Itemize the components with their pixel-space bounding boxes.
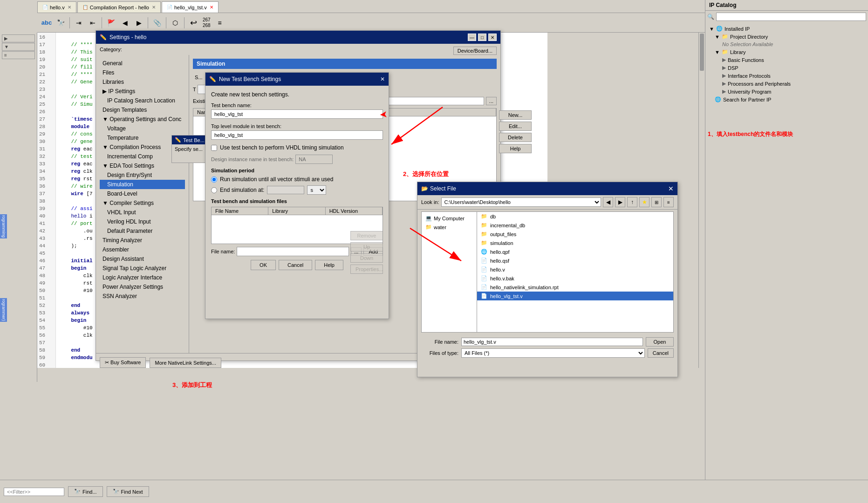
toolbar-outdent[interactable]: ⇤	[86, 16, 99, 29]
sf-forward-btn[interactable]: ▶	[615, 197, 625, 207]
toolbar-indent[interactable]: ⇥	[72, 16, 85, 29]
ip-processors[interactable]: ▶ Processors and Peripherals	[707, 80, 866, 88]
sf-file-hello-vlg-tst[interactable]: 📄 hello_vlg_tst.v	[477, 292, 673, 300]
sf-file-nativelink[interactable]: 📄 hello_nativelink_simulation.rpt	[477, 283, 673, 292]
sf-bookmark-btn[interactable]: ★	[639, 197, 649, 207]
ntb-remove-btn[interactable]: Remove	[350, 231, 383, 240]
cat-vhdl[interactable]: VHDL Input	[100, 208, 185, 217]
filter-input[interactable]	[4, 488, 64, 496]
ip-interface[interactable]: ▶ Interface Protocols	[707, 72, 866, 80]
toolbar-prev[interactable]: ◀	[118, 16, 131, 29]
toolbar-flag[interactable]: 🚩	[104, 16, 117, 29]
sf-filetype-select[interactable]: All Files (*)	[461, 348, 645, 358]
left-panel-btn[interactable]: ▶	[2, 34, 35, 42]
toolbar-next[interactable]: ▶	[132, 16, 145, 29]
cat-logic-analyzer[interactable]: Logic Analyzer Interface	[100, 273, 185, 282]
toolbar-arrow[interactable]: ↩	[187, 16, 200, 29]
cat-design-entry[interactable]: Design Entry/Synt	[100, 170, 185, 180]
tab-compilation[interactable]: 📋 Compilation Report - hello ✕	[77, 1, 161, 13]
tab-hello-v[interactable]: 📄 hello.v ✕	[37, 1, 76, 13]
existing-tb-browse[interactable]: ...	[486, 97, 497, 105]
ntb-top-level-input[interactable]	[211, 130, 383, 140]
ip-university[interactable]: ▶ University Program	[707, 88, 866, 95]
ntb-properties-btn[interactable]: Properties...	[350, 265, 383, 274]
ip-partner[interactable]: 🌐 Search for Partner IP	[707, 95, 866, 103]
ntb-cancel-btn[interactable]: Cancel	[279, 260, 312, 270]
cat-simulation[interactable]: Simulation	[100, 180, 185, 189]
ip-basic[interactable]: ▶ Basic Functions	[707, 56, 866, 64]
cat-files[interactable]: Files	[100, 68, 185, 77]
tab-close-btn2[interactable]: ✕	[152, 5, 156, 10]
editor-scrollbar[interactable]	[698, 33, 705, 368]
cat-design-assistant[interactable]: Design Assistant	[100, 254, 185, 264]
sf-cancel-btn[interactable]: Cancel	[648, 348, 674, 358]
find-btn[interactable]: 🔭 Find...	[68, 486, 103, 497]
ip-project-dir[interactable]: ▼ 📁 Project Directory	[707, 33, 866, 41]
toolbar-abc[interactable]: abc	[40, 16, 53, 29]
cat-board[interactable]: Board-Level	[100, 189, 185, 198]
ip-dsp[interactable]: ▶ DSP	[707, 64, 866, 72]
cat-ssn[interactable]: SSN Analyzer	[100, 292, 185, 301]
tab-close-btn[interactable]: ✕	[68, 5, 71, 10]
sf-file-db[interactable]: 📁 db	[477, 212, 673, 221]
ntb-file-name-input[interactable]	[237, 247, 349, 256]
sf-list-view-btn[interactable]: ≡	[663, 197, 674, 207]
new-btn[interactable]: New...	[499, 110, 532, 120]
sf-file-output-files[interactable]: 📁 output_files	[477, 230, 673, 238]
sf-close-btn[interactable]: ✕	[668, 185, 674, 192]
sf-lookin-select[interactable]: C:\Users\water\Desktop\hello	[441, 197, 601, 207]
settings-close-btn[interactable]: ✕	[488, 34, 497, 41]
ntb-radio2[interactable]	[211, 187, 217, 193]
ntb-help-btn[interactable]: Help	[315, 260, 343, 270]
cat-design-templates[interactable]: Design Templates	[100, 105, 185, 115]
cat-signal-tap[interactable]: Signal Tap Logic Analyzer	[100, 264, 185, 273]
settings-minimize-btn[interactable]: —	[468, 34, 476, 41]
help-btn-side[interactable]: Help	[499, 144, 532, 153]
settings-maximize-btn[interactable]: □	[478, 34, 486, 41]
ntb-radio1[interactable]	[211, 177, 217, 183]
sf-file-hello-qsf[interactable]: 📄 hello.qsf	[477, 256, 673, 265]
cat-ip-settings[interactable]: ▶ IP Settings	[100, 87, 185, 96]
cat-default-param[interactable]: Default Parameter	[100, 226, 185, 236]
cat-voltage[interactable]: Voltage	[100, 124, 185, 133]
left-panel-btn2[interactable]: ▼	[2, 43, 35, 51]
ntb-bench-name-input[interactable]	[211, 109, 383, 119]
sf-my-computer[interactable]: 💻 My Computer	[424, 214, 475, 223]
tab-close-btn3[interactable]: ✕	[210, 5, 213, 10]
cat-ip-catalog[interactable]: IP Catalog Search Location	[100, 96, 185, 105]
cat-timing[interactable]: Timing Analyzer	[100, 236, 185, 245]
cat-verilog[interactable]: Verilog HDL Input	[100, 217, 185, 226]
sf-file-incremental-db[interactable]: 📁 incremental_db	[477, 221, 673, 230]
toolbar-action[interactable]: ⬡	[169, 16, 182, 29]
cat-compiler[interactable]: ▼ Compiler Settings	[100, 198, 185, 208]
find-next-btn[interactable]: 🔭 Find Next	[107, 486, 149, 497]
sf-open-btn[interactable]: Open	[646, 337, 674, 347]
ip-installed[interactable]: ▼ 🌐 Installed IP	[707, 25, 866, 33]
sf-back-btn[interactable]: ◀	[603, 197, 613, 207]
toolbar-binoculars[interactable]: 🔭	[54, 16, 67, 29]
more-nativelink-btn[interactable]: More NativeLink Settings...	[150, 358, 221, 368]
ntb-down-btn[interactable]: Down	[350, 253, 383, 263]
cat-general[interactable]: General	[100, 59, 185, 68]
ntb-end-sim-unit[interactable]: s ms us ns	[307, 185, 326, 195]
toolbar-lines[interactable]: ≡	[213, 16, 226, 29]
sf-grid-view-btn[interactable]: ⊞	[651, 197, 662, 207]
cat-operating[interactable]: ▼ Operating Settings and Conc	[100, 115, 185, 124]
left-panel-btn3[interactable]: ≡	[2, 51, 35, 59]
sf-filename-input[interactable]	[461, 338, 643, 346]
tab-hello-vlg[interactable]: 📄 hello_vlg_tst.v ✕	[162, 1, 219, 13]
ip-search-input[interactable]	[716, 13, 866, 21]
ntb-up-btn[interactable]: Up	[350, 242, 383, 252]
delete-btn[interactable]: Delete	[499, 133, 532, 142]
ntb-vhdl-checkbox[interactable]	[211, 145, 217, 151]
sf-file-simulation[interactable]: 📁 simulation	[477, 238, 673, 247]
device-board-btn[interactable]: Device/Board...	[453, 47, 497, 55]
sf-up-btn[interactable]: ↑	[627, 197, 637, 207]
sf-water-folder[interactable]: 📁 water	[424, 223, 475, 231]
ntb-ok-btn[interactable]: OK	[251, 260, 276, 270]
toolbar-attach[interactable]: 📎	[150, 16, 164, 29]
cat-assembler[interactable]: Assembler	[100, 245, 185, 254]
ip-library[interactable]: ▼ 📁 Library	[707, 48, 866, 56]
sf-file-hello-v[interactable]: 📄 hello.v	[477, 265, 673, 274]
sf-file-hello-qpf[interactable]: 🌐 hello.qpf	[477, 247, 673, 256]
